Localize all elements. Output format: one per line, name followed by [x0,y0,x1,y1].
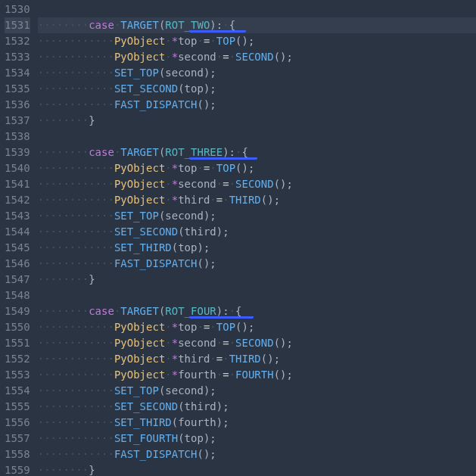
code-line[interactable]: ········case·TARGET(ROT_THREE):·{ [38,145,476,160]
code-line[interactable]: ········} [38,272,476,288]
code-line[interactable]: ············FAST_DISPATCH(); [38,446,476,462]
token-fn: FAST_DISPATCH [114,448,198,460]
code-line[interactable]: ············PyObject·*top·=·TOP(); [38,160,476,176]
line-number: 1544 [5,224,30,240]
whitespace-indicator: ········ [38,146,89,158]
token-ws: · [210,35,216,47]
code-line[interactable]: ············FAST_DISPATCH(); [38,97,476,113]
code-line[interactable]: ············PyObject·*second·=·SECOND(); [38,335,476,351]
code-line[interactable]: ············SET_TOP(second); [38,208,476,224]
code-line[interactable]: ············PyObject·*top·=·TOP(); [38,319,476,335]
token-pun: (); [274,178,293,190]
whitespace-indicator: ············ [38,337,114,349]
line-number: 1536 [5,97,30,113]
token-star: * [172,162,178,174]
code-line[interactable] [38,129,476,145]
token-ws: · [197,321,203,333]
line-number: 1533 [5,49,30,65]
token-fn: TARGET [120,305,159,317]
token-type: PyObject [114,337,165,349]
token-ws: · [216,178,222,190]
token-pun: } [89,273,95,285]
token-fn: SET_SECOND [114,400,178,412]
code-line[interactable]: ············SET_SECOND(top); [38,81,476,97]
token-pun: ); [216,400,229,412]
code-area[interactable]: ········case·TARGET(ROT_TWO):·{·········… [38,0,476,476]
line-number: 1532 [5,33,30,49]
line-number: 1548 [5,288,30,303]
code-line[interactable]: ············SET_SECOND(third); [38,224,476,240]
code-line[interactable]: ············SET_TOP(second); [38,383,476,399]
line-number-gutter: 1530153115321533153415351536153715381539… [0,0,38,476]
token-op: = [222,369,229,381]
token-pun: ); [204,67,216,79]
token-pun: (); [261,194,280,206]
token-pun: ( [172,241,178,254]
line-number: 1556 [5,415,30,431]
token-pun: ( [172,416,178,428]
token-pun: (); [197,98,216,110]
token-star: * [172,51,178,63]
code-line[interactable]: ············PyObject·*third·=·THIRD(); [38,351,476,367]
token-pun: (); [274,369,293,381]
code-line[interactable]: ········case·TARGET(ROT_TWO):·{ [38,17,476,33]
token-ws: · [229,305,235,317]
code-line[interactable]: ············PyObject·*second·=·SECOND(); [38,176,476,192]
token-ws: · [229,369,235,381]
line-number: 1555 [5,399,30,415]
token-ws: · [222,19,229,31]
line-number: 1530 [5,2,30,17]
line-number: 1546 [5,256,30,272]
token-ws: · [165,337,171,349]
line-number: 1542 [5,192,30,208]
code-line[interactable] [38,2,476,17]
whitespace-indicator: ············ [38,98,114,110]
whitespace-indicator: ············ [38,210,114,222]
code-line[interactable]: ············SET_SECOND(third); [38,399,476,415]
code-line[interactable]: ············SET_THIRD(top); [38,240,476,256]
token-ws: · [165,194,171,206]
token-id: second [165,67,204,79]
token-id: top [178,241,197,254]
code-line[interactable]: ············PyObject·*top·=·TOP(); [38,33,476,49]
token-ws: · [229,51,235,63]
whitespace-indicator: ············ [38,82,114,95]
token-ws: · [216,369,222,381]
token-pun: { [241,146,247,158]
code-editor[interactable]: 1530153115321533153415351536153715381539… [0,0,476,476]
token-op: = [222,178,229,190]
token-ws: · [197,162,203,174]
code-line[interactable]: ············PyObject·*fourth·=·FOURTH(); [38,367,476,383]
code-line[interactable]: ············SET_THIRD(fourth); [38,415,476,431]
token-fn: SECOND [235,337,274,349]
code-line[interactable]: ············SET_FOURTH(top); [38,431,476,446]
token-pun: ); [204,210,216,222]
code-line[interactable]: ············FAST_DISPATCH(); [38,256,476,272]
token-pun: ): [216,305,229,317]
token-op: = [216,194,222,206]
token-pun: } [89,464,95,476]
token-fn: FOURTH [235,369,274,381]
token-fn: SET_FOURTH [114,432,178,444]
code-line[interactable]: ············SET_TOP(second); [38,65,476,81]
code-line[interactable] [38,288,476,303]
line-number: 1553 [5,367,30,383]
token-id: second [178,337,216,349]
token-kw: case [89,305,114,317]
token-fn: SET_THIRD [114,416,172,428]
code-line[interactable]: ········} [38,462,476,476]
token-type: PyObject [114,369,165,381]
token-op: = [222,51,229,63]
token-pun: ); [216,416,229,428]
token-ws: · [165,369,171,381]
code-line[interactable]: ········} [38,113,476,129]
code-line[interactable]: ········case·TARGET(ROT_FOUR):·{ [38,303,476,319]
token-kw: case [89,146,114,158]
whitespace-indicator: ············ [38,400,114,412]
code-line[interactable]: ············PyObject·*third·=·THIRD(); [38,192,476,208]
token-fn: SET_TOP [114,67,159,79]
code-line[interactable]: ············PyObject·*second·=·SECOND(); [38,49,476,65]
token-pun: ); [204,82,216,95]
whitespace-indicator: ············ [38,353,114,365]
whitespace-indicator: ············ [38,384,114,397]
